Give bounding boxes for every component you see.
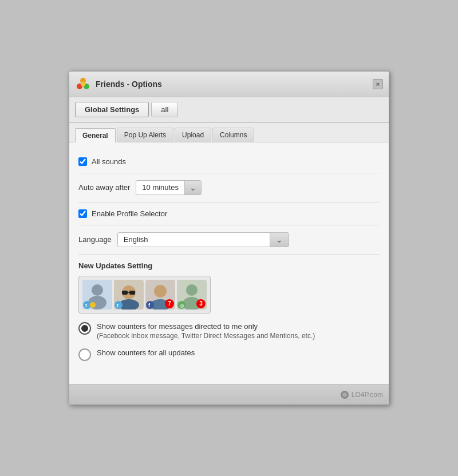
radio-all-option[interactable]: Show counters for all updates bbox=[78, 348, 380, 361]
tab-general[interactable]: General bbox=[75, 128, 116, 142]
settings-area: All sounds Auto away after 10 minutes ⌄ … bbox=[69, 142, 389, 384]
all-button[interactable]: all bbox=[151, 102, 178, 117]
svg-point-5 bbox=[92, 284, 103, 296]
svg-text:@: @ bbox=[180, 303, 184, 308]
update-thumb-1: t bbox=[82, 280, 112, 310]
close-button[interactable]: × bbox=[373, 79, 383, 89]
all-sounds-label: All sounds bbox=[92, 157, 126, 166]
thumb-badge-4: 3 bbox=[196, 299, 206, 308]
radio-directed-label: Show counters for messages directed to m… bbox=[97, 322, 315, 332]
svg-point-29 bbox=[342, 392, 347, 397]
update-thumb-3: f 7 bbox=[145, 280, 175, 310]
svg-point-3 bbox=[81, 82, 85, 86]
title-bar-left: Friends - Options bbox=[75, 76, 162, 92]
language-label: Language bbox=[78, 235, 112, 244]
profile-selector-label: Enable Profile Selector bbox=[92, 209, 167, 218]
profile-selector-row: Enable Profile Selector bbox=[78, 203, 380, 225]
auto-away-value: 10 minutes bbox=[136, 181, 184, 194]
updates-preview: t bbox=[78, 276, 211, 314]
update-thumb-4: @ 3 bbox=[177, 280, 207, 310]
svg-point-7 bbox=[83, 301, 91, 309]
radio-directed-label-group: Show counters for messages directed to m… bbox=[97, 322, 315, 340]
svg-point-9 bbox=[90, 302, 96, 308]
thumb-img-1: t bbox=[82, 280, 112, 310]
auto-away-row: Auto away after 10 minutes ⌄ bbox=[78, 173, 380, 203]
radio-directed-btn[interactable] bbox=[78, 322, 91, 335]
svg-rect-13 bbox=[129, 291, 135, 295]
svg-text:t: t bbox=[117, 303, 119, 308]
content-area: General Pop Up Alerts Upload Columns All… bbox=[69, 123, 389, 384]
tab-popup-alerts[interactable]: Pop Up Alerts bbox=[117, 128, 173, 142]
tabs-bar: General Pop Up Alerts Upload Columns bbox=[69, 123, 389, 142]
new-updates-section: New Updates Setting t bbox=[78, 255, 380, 376]
radio-directed-option[interactable]: Show counters for messages directed to m… bbox=[78, 322, 380, 340]
thumb-badge-3: 7 bbox=[165, 299, 174, 308]
svg-rect-12 bbox=[122, 291, 128, 295]
language-arrow[interactable]: ⌄ bbox=[270, 233, 289, 247]
watermark-text: LO4P.com bbox=[352, 391, 383, 399]
thumb-img-2: t bbox=[114, 280, 144, 310]
toolbar: Global Settings all bbox=[69, 97, 389, 123]
auto-away-select[interactable]: 10 minutes ⌄ bbox=[136, 180, 202, 195]
svg-point-24 bbox=[186, 284, 198, 296]
global-settings-button[interactable]: Global Settings bbox=[75, 102, 149, 117]
all-sounds-checkbox[interactable] bbox=[78, 157, 87, 166]
svg-point-16 bbox=[114, 301, 123, 309]
options-window: Friends - Options × Global Settings all … bbox=[69, 71, 389, 405]
radio-directed-sublabel: (Facebook Inbox message, Twitter Direct … bbox=[97, 332, 315, 340]
radio-all-label-group: Show counters for all updates bbox=[97, 348, 195, 358]
svg-point-19 bbox=[154, 285, 167, 298]
all-sounds-checkbox-row: All sounds bbox=[78, 157, 126, 166]
window-footer: LO4P.com bbox=[69, 384, 389, 404]
auto-away-arrow[interactable]: ⌄ bbox=[184, 181, 201, 195]
auto-away-label: Auto away after bbox=[78, 183, 130, 192]
window-title: Friends - Options bbox=[96, 80, 162, 89]
all-sounds-row: All sounds bbox=[78, 150, 380, 173]
radio-all-label: Show counters for all updates bbox=[97, 348, 195, 358]
profile-selector-checkbox[interactable] bbox=[78, 209, 87, 218]
profile-selector-checkbox-row: Enable Profile Selector bbox=[78, 209, 167, 218]
app-icon bbox=[75, 76, 91, 92]
svg-point-6 bbox=[88, 296, 106, 310]
svg-point-21 bbox=[146, 301, 154, 309]
language-row: Language English ⌄ bbox=[78, 225, 380, 255]
svg-text:t: t bbox=[85, 303, 87, 308]
language-select[interactable]: English ⌄ bbox=[117, 232, 289, 247]
new-updates-title: New Updates Setting bbox=[78, 261, 380, 270]
watermark-icon bbox=[340, 390, 349, 399]
radio-all-btn[interactable] bbox=[78, 348, 91, 361]
language-value: English bbox=[118, 233, 270, 246]
watermark: LO4P.com bbox=[340, 390, 383, 399]
tab-columns[interactable]: Columns bbox=[212, 128, 254, 142]
tab-upload[interactable]: Upload bbox=[175, 128, 211, 142]
title-bar: Friends - Options × bbox=[69, 72, 389, 97]
update-thumb-2: t bbox=[114, 280, 144, 310]
